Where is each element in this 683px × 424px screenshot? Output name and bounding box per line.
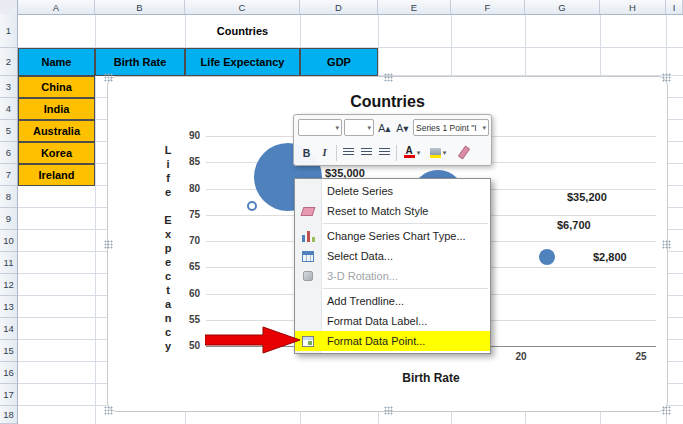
menu-item-label: Change Series Chart Type... (321, 230, 466, 242)
row-header-8[interactable]: 8 (0, 186, 17, 208)
menu-item-format-data-label[interactable]: Format Data Label... (295, 311, 490, 331)
chart-element-label: Series 1 Point "I (414, 123, 477, 133)
menu-separator (323, 288, 488, 289)
align-left-button[interactable] (340, 144, 357, 161)
chevron-down-icon: ▾ (480, 124, 488, 132)
format-brush-button[interactable] (454, 144, 474, 161)
cell-name-australia[interactable]: Australia (18, 120, 95, 142)
row-header-16[interactable]: 16 (0, 362, 17, 384)
cell-header-gdp[interactable]: GDP (300, 48, 378, 76)
cell-header-name[interactable]: Name (18, 48, 95, 76)
select-all-corner[interactable] (0, 0, 18, 14)
chart-resize-handle[interactable] (384, 406, 393, 415)
row-header-9[interactable]: 9 (0, 208, 17, 230)
col-header-e[interactable]: E (378, 0, 451, 14)
col-header-c[interactable]: C (185, 0, 300, 14)
cell-header-life-expectancy[interactable]: Life Expectancy (185, 48, 300, 76)
row-header-7[interactable]: 7 (0, 164, 17, 186)
align-right-button[interactable] (376, 144, 393, 161)
align-left-icon (343, 148, 354, 157)
y-axis-title[interactable]: Life Expectancy (160, 137, 176, 361)
cell-header-birth-rate[interactable]: Birth Rate (95, 48, 185, 76)
reset-style-icon (301, 207, 316, 216)
col-header-b[interactable]: B (95, 0, 185, 14)
font-name-combo[interactable]: ▾ (298, 119, 342, 136)
cell-title[interactable]: Countries (185, 14, 300, 48)
row-header-5[interactable]: 5 (0, 120, 17, 142)
bubble-2800[interactable] (539, 249, 555, 265)
chart-title[interactable]: Countries (108, 93, 667, 111)
cell-name-korea[interactable]: Korea (18, 142, 95, 164)
font-color-icon: A (404, 147, 415, 158)
col-header-g[interactable]: G (525, 0, 600, 14)
font-size-combo[interactable]: ▾ (344, 119, 374, 136)
col-header-f[interactable]: F (451, 0, 525, 14)
y-tick-55: 55 (170, 314, 200, 325)
col-header-a[interactable]: A (18, 0, 95, 14)
font-color-button[interactable]: A ▾ (400, 144, 424, 161)
menu-item-label: 3-D Rotation... (321, 270, 398, 282)
menu-item-select-data[interactable]: Select Data... (295, 246, 490, 266)
bubble-small-point[interactable] (247, 201, 257, 211)
row-header-3[interactable]: 3 (0, 76, 17, 98)
menu-item-change-series-chart-type[interactable]: Change Series Chart Type... (295, 226, 490, 246)
row-header-14[interactable]: 14 (0, 318, 17, 340)
select-data-icon (302, 251, 314, 262)
col-header-h[interactable]: H (600, 0, 666, 14)
menu-item-delete-series[interactable]: Delete Series (295, 181, 490, 201)
x-axis-title[interactable]: Birth Rate (206, 371, 656, 385)
toolbar-separator (336, 145, 337, 161)
chevron-down-icon: ▾ (365, 124, 373, 132)
row-header-12[interactable]: 12 (0, 274, 17, 296)
col-header-i[interactable]: I (666, 0, 683, 14)
menu-item-reset-to-match-style[interactable]: Reset to Match Style (295, 201, 490, 221)
data-label-35200[interactable]: $35,200 (567, 191, 607, 203)
chart-resize-handle[interactable] (662, 73, 671, 82)
mini-toolbar: ▾ ▾ A▴ A▾ Series 1 Point "I ▾ B I A ▾ ▾ (293, 114, 492, 166)
align-right-icon (379, 148, 390, 157)
chart-resize-handle[interactable] (104, 240, 113, 249)
row-header-11[interactable]: 11 (0, 252, 17, 274)
chevron-down-icon: ▾ (333, 124, 341, 132)
chart-resize-handle[interactable] (104, 406, 113, 415)
chart-resize-handle[interactable] (662, 406, 671, 415)
chart-resize-handle[interactable] (662, 240, 671, 249)
data-label-2800[interactable]: $2,800 (593, 251, 627, 263)
column-header-row: A B C D E F G H I (0, 0, 683, 15)
y-tick-60: 60 (170, 288, 200, 299)
shrink-font-button[interactable]: A▾ (394, 119, 411, 136)
fill-color-button[interactable]: ▾ (426, 144, 450, 161)
row-header-15[interactable]: 15 (0, 340, 17, 362)
y-tick-50: 50 (170, 340, 200, 351)
brush-icon (458, 145, 470, 159)
menu-separator (323, 223, 488, 224)
row-header-10[interactable]: 10 (0, 230, 17, 252)
chart-resize-handle[interactable] (104, 73, 113, 82)
align-center-button[interactable] (358, 144, 375, 161)
data-label-6700[interactable]: $6,700 (557, 219, 591, 231)
red-arrow-annotation (205, 325, 302, 355)
cell-name-china[interactable]: China (18, 76, 95, 98)
cell-name-ireland[interactable]: Ireland (18, 164, 95, 186)
grow-font-button[interactable]: A▴ (376, 119, 393, 136)
menu-item-format-data-point[interactable]: Format Data Point... (295, 331, 490, 351)
row-header-4[interactable]: 4 (0, 98, 17, 120)
col-header-d[interactable]: D (300, 0, 378, 14)
y-tick-90: 90 (170, 130, 200, 141)
align-center-icon (361, 148, 372, 157)
chart-resize-handle[interactable] (384, 73, 393, 82)
row-header-1[interactable]: 1 (0, 14, 17, 48)
row-header-6[interactable]: 6 (0, 142, 17, 164)
italic-button[interactable]: I (316, 144, 333, 161)
row-header-13[interactable]: 13 (0, 296, 17, 318)
row-header-18[interactable]: 18 (0, 406, 17, 424)
row-header-17[interactable]: 17 (0, 384, 17, 406)
chart-element-combo[interactable]: Series 1 Point "I ▾ (413, 119, 489, 136)
toolbar-separator (396, 145, 397, 161)
icon-slot (295, 207, 321, 216)
menu-item-add-trendline[interactable]: Add Trendline... (295, 291, 490, 311)
icon-slot (295, 230, 321, 242)
row-header-2[interactable]: 2 (0, 48, 17, 76)
bold-button[interactable]: B (298, 144, 315, 161)
cell-name-india[interactable]: India (18, 98, 95, 120)
